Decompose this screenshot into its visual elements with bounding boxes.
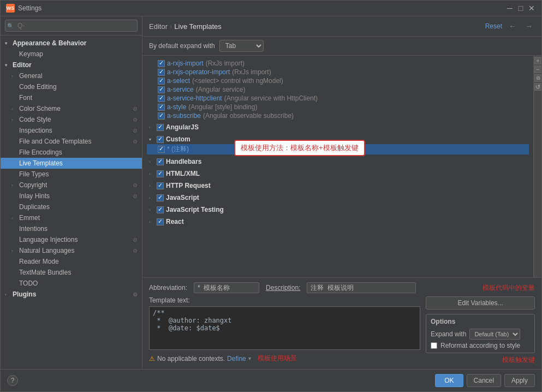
edit-variables-button[interactable]: Edit Variables... bbox=[426, 296, 535, 310]
sidebar-item-label: File Types bbox=[19, 170, 49, 178]
sidebar-item-intentions[interactable]: Intentions bbox=[1, 223, 142, 234]
sidebar-item-file-code-templates[interactable]: File and Code Templates ⚙ bbox=[1, 136, 142, 147]
maximize-button[interactable]: □ bbox=[516, 4, 525, 13]
template-checkbox[interactable] bbox=[158, 112, 165, 120]
sidebar-item-label: Inspections bbox=[19, 127, 52, 134]
footer-buttons: OK Cancel Apply bbox=[435, 374, 535, 387]
sidebar-item-reader-mode[interactable]: Reader Mode bbox=[1, 256, 142, 267]
template-checkbox[interactable] bbox=[158, 146, 165, 153]
template-item[interactable]: a-rxjs-import (RxJs import) bbox=[147, 59, 529, 68]
group-header-javascript[interactable]: › JavaScript bbox=[147, 193, 529, 203]
sidebar-item-label: Copyright bbox=[19, 181, 47, 189]
sidebar-item-code-editing[interactable]: Code Editing bbox=[1, 81, 142, 92]
group-header-http-request[interactable]: › HTTP Request bbox=[147, 181, 529, 191]
group-http-request: › HTTP Request bbox=[142, 180, 533, 192]
group-header-html-xml[interactable]: › HTML/XML bbox=[147, 169, 529, 179]
sidebar-item-color-scheme[interactable]: › Color Scheme ⚙ bbox=[1, 103, 142, 114]
back-button[interactable]: ← bbox=[507, 21, 519, 32]
sidebar-item-general[interactable]: › General bbox=[1, 70, 142, 81]
expand-with-label: Expand with bbox=[431, 330, 466, 338]
sidebar-item-copyright[interactable]: › Copyright ⚙ bbox=[1, 180, 142, 191]
define-link[interactable]: Define bbox=[227, 355, 246, 363]
group-checkbox-javascript[interactable] bbox=[157, 194, 164, 201]
reformat-checkbox[interactable] bbox=[431, 342, 437, 349]
group-header-react[interactable]: › React bbox=[147, 217, 529, 227]
sidebar-item-emmet[interactable]: › Emmet bbox=[1, 212, 142, 223]
group-javascript-testing: › JavaScript Testing bbox=[142, 204, 533, 216]
template-abbrev: a-subscribe bbox=[167, 112, 201, 120]
template-checkbox[interactable] bbox=[158, 104, 165, 111]
group-expand-arrow: › bbox=[149, 159, 154, 164]
template-checkbox[interactable] bbox=[158, 60, 165, 67]
ok-button[interactable]: OK bbox=[435, 374, 463, 387]
remove-template-button[interactable]: − bbox=[534, 66, 542, 73]
apply-button[interactable]: Apply bbox=[504, 374, 535, 387]
group-expand-arrow: › bbox=[149, 207, 154, 212]
cancel-button[interactable]: Cancel bbox=[467, 374, 501, 387]
template-code-editor[interactable]: /** * @author: zhangxt * @date: $date$ bbox=[149, 306, 420, 350]
gear-icon: ⚙ bbox=[133, 128, 138, 134]
template-item[interactable]: a-subscribe (Angular observable subscrib… bbox=[147, 111, 529, 120]
sidebar-item-font[interactable]: Font bbox=[1, 92, 142, 103]
expand-with-select[interactable]: Default (Tab) Tab Enter bbox=[469, 329, 520, 340]
expand-arrow: › bbox=[11, 248, 17, 253]
template-item[interactable]: a-service (Angular service) bbox=[147, 85, 529, 94]
group-checkbox-react[interactable] bbox=[157, 218, 164, 225]
sidebar-item-plugins[interactable]: › Plugins ⚙ bbox=[1, 289, 142, 300]
group-header-angularjs[interactable]: › AngularJS bbox=[147, 122, 529, 132]
template-item-custom-comment[interactable]: * (注释) 模板使用方法：模板名称+模板触发键 bbox=[147, 144, 529, 155]
copy-template-button[interactable]: ⧉ bbox=[534, 74, 542, 82]
sidebar-item-file-encodings[interactable]: File Encodings bbox=[1, 147, 142, 158]
description-input[interactable] bbox=[307, 282, 416, 293]
group-checkbox-http-request[interactable] bbox=[157, 182, 164, 189]
template-item[interactable]: a-select (<select> control with ngModel) bbox=[147, 76, 529, 85]
main-content: Editor › Live Templates Reset ← → By def… bbox=[142, 16, 541, 369]
sidebar-item-appearance[interactable]: ▾ Appearance & Behavior bbox=[1, 38, 142, 49]
abbreviation-input[interactable] bbox=[194, 282, 259, 293]
group-checkbox-angularjs[interactable] bbox=[157, 124, 164, 131]
sidebar-item-inspections[interactable]: Inspections ⚙ bbox=[1, 125, 142, 136]
template-abbrev: a-rxjs-import bbox=[167, 60, 204, 67]
group-checkbox-html-xml[interactable] bbox=[157, 170, 164, 177]
sidebar-item-label: Intentions bbox=[19, 225, 47, 233]
sidebar-item-language-injections[interactable]: Language Injections ⚙ bbox=[1, 234, 142, 245]
expand-arrow: ▾ bbox=[5, 63, 10, 68]
group-checkbox-javascript-testing[interactable] bbox=[157, 206, 164, 213]
template-item[interactable]: a-rxjs-operator-import (RxJs import) bbox=[147, 68, 529, 76]
template-checkbox[interactable] bbox=[158, 95, 165, 102]
group-checkbox-custom[interactable] bbox=[157, 136, 164, 143]
close-button[interactable]: ✕ bbox=[527, 4, 536, 13]
sidebar-item-file-types[interactable]: File Types bbox=[1, 169, 142, 180]
sidebar-item-editor[interactable]: ▾ Editor bbox=[1, 60, 142, 70]
sidebar-item-textmate[interactable]: TextMate Bundles bbox=[1, 267, 142, 278]
gear-icon: ⚙ bbox=[133, 248, 138, 254]
reset-link[interactable]: Reset bbox=[485, 22, 502, 30]
sidebar-item-inlay-hints[interactable]: Inlay Hints ⚙ bbox=[1, 191, 142, 201]
sidebar-item-live-templates[interactable]: Live Templates bbox=[1, 158, 142, 169]
group-checkbox-handlebars[interactable] bbox=[157, 158, 164, 165]
sidebar-item-duplicates[interactable]: Duplicates bbox=[1, 201, 142, 212]
add-template-button[interactable]: + bbox=[534, 57, 542, 64]
group-name-javascript: JavaScript bbox=[166, 194, 199, 201]
template-item[interactable]: a-service-httpclient (Angular service wi… bbox=[147, 94, 529, 103]
sidebar-item-natural-languages[interactable]: › Natural Languages ⚙ bbox=[1, 245, 142, 256]
sidebar-item-code-style[interactable]: › Code Style ⚙ bbox=[1, 114, 142, 125]
template-item[interactable]: a-style (Angular [style] binding) bbox=[147, 103, 529, 111]
expand-with-dropdown[interactable]: Tab Enter Space bbox=[219, 40, 264, 52]
pre-items-area: a-rxjs-import (RxJs import) a-rxjs-opera… bbox=[142, 58, 533, 121]
minimize-button[interactable]: ─ bbox=[505, 4, 514, 13]
sidebar-item-keymap[interactable]: Keymap bbox=[1, 49, 142, 60]
sidebar-item-todo[interactable]: TODO bbox=[1, 278, 142, 289]
template-checkbox[interactable] bbox=[158, 69, 165, 76]
group-header-javascript-testing[interactable]: › JavaScript Testing bbox=[147, 205, 529, 215]
group-header-handlebars[interactable]: › Handlebars bbox=[147, 157, 529, 167]
reformat-row: Reformat according to style bbox=[431, 342, 530, 349]
restore-template-button[interactable]: ↺ bbox=[534, 83, 542, 91]
sidebar-item-label: Live Templates bbox=[19, 159, 63, 167]
group-name-javascript-testing: JavaScript Testing bbox=[166, 206, 224, 213]
template-checkbox[interactable] bbox=[158, 86, 165, 93]
template-checkbox[interactable] bbox=[158, 78, 165, 85]
forward-button[interactable]: → bbox=[523, 21, 535, 32]
search-input[interactable] bbox=[5, 20, 138, 32]
help-button[interactable]: ? bbox=[7, 375, 18, 386]
